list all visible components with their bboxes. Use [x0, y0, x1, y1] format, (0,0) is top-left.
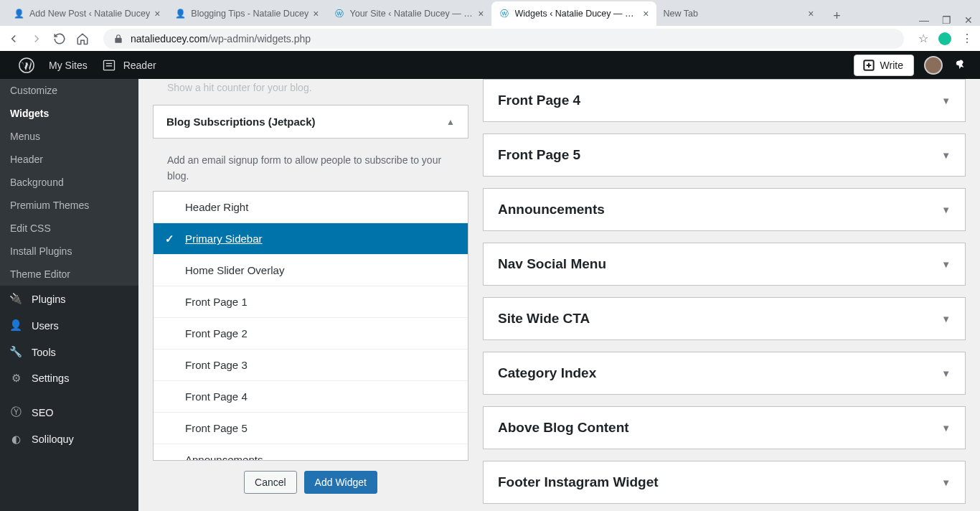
- user-avatar[interactable]: [924, 56, 943, 75]
- area-option[interactable]: Home Slider Overlay: [154, 255, 468, 286]
- wordpress-icon: ⓦ: [334, 8, 345, 19]
- sidebar-item-seo[interactable]: Ⓨ SEO: [0, 398, 138, 426]
- browser-tab-active[interactable]: ⓦ Widgets ‹ Natalie Ducey — Wor ×: [491, 1, 656, 26]
- forward-button[interactable]: [30, 32, 43, 45]
- add-widget-button[interactable]: Add Widget: [304, 471, 377, 494]
- area-option[interactable]: Front Page 3: [154, 350, 468, 381]
- plugin-icon: 🔌: [9, 293, 23, 305]
- expand-icon: ▼: [941, 423, 951, 433]
- tab-title: Your Site ‹ Natalie Ducey — Wo: [350, 9, 474, 19]
- widget-area[interactable]: Announcements ▼: [483, 188, 966, 231]
- reader-link[interactable]: Reader: [95, 51, 164, 79]
- widget-actions: Cancel Add Widget: [153, 461, 468, 504]
- widget-area[interactable]: Category Index ▼: [483, 352, 966, 395]
- sidebar-item-customize[interactable]: Customize: [0, 79, 138, 102]
- area-option[interactable]: Front Page 2: [154, 318, 468, 350]
- favicon-icon: 👤: [174, 8, 186, 19]
- tab-title: Add New Post ‹ Natalie Ducey: [29, 9, 150, 19]
- tab-title: New Tab: [664, 9, 809, 19]
- widget-area[interactable]: Front Page 4 ▼: [483, 79, 966, 122]
- close-icon[interactable]: ×: [154, 8, 160, 19]
- user-icon: 👤: [9, 319, 23, 332]
- chrome-menu-icon[interactable]: ⋮: [961, 32, 973, 45]
- widget-desc-hit-counter: Show a hit counter for your blog.: [153, 79, 468, 105]
- sidebar-label: SEO: [32, 407, 54, 418]
- area-option[interactable]: Front Page 5: [154, 413, 468, 444]
- widget-area[interactable]: Footer Instagram Widget ▼: [483, 461, 966, 504]
- area-title: Above Blog Content: [498, 420, 629, 436]
- sidebar-item-users[interactable]: 👤 Users: [0, 312, 138, 339]
- sidebar-item-install-plugins[interactable]: Install Plugins: [0, 240, 138, 263]
- area-option[interactable]: Header Right: [154, 192, 468, 223]
- expand-icon: ▼: [941, 314, 951, 324]
- area-title: Nav Social Menu: [498, 256, 606, 272]
- sidebar-item-menus[interactable]: Menus: [0, 125, 138, 148]
- expand-icon: ▼: [941, 205, 951, 215]
- widget-area[interactable]: Site Wide CTA ▼: [483, 297, 966, 340]
- write-button[interactable]: Write: [854, 55, 914, 76]
- sidebar-item-background[interactable]: Background: [0, 171, 138, 194]
- lock-icon: [113, 34, 123, 44]
- sidebar-item-widgets[interactable]: Widgets: [0, 102, 138, 125]
- browser-toolbar: natalieducey.com/wp-admin/widgets.php ☆ …: [0, 26, 980, 51]
- widget-area[interactable]: Nav Social Menu ▼: [483, 243, 966, 286]
- maximize-button[interactable]: ❐: [942, 14, 951, 26]
- browser-tab[interactable]: New Tab ×: [656, 1, 821, 26]
- area-title: Site Wide CTA: [498, 311, 590, 327]
- widget-description: Add an email signup form to allow people…: [153, 146, 468, 191]
- window-controls: — ❐ ✕: [919, 14, 980, 26]
- sidebar-item-plugins[interactable]: 🔌 Plugins: [0, 286, 138, 312]
- browser-tab[interactable]: 👤 Blogging Tips - Natalie Ducey ×: [167, 1, 326, 26]
- svg-rect-1: [103, 60, 114, 70]
- sidebar-item-header[interactable]: Header: [0, 148, 138, 171]
- sidebar-item-tools[interactable]: 🔧 Tools: [0, 339, 138, 365]
- available-widgets-column: Show a hit counter for your blog. Blog S…: [153, 79, 468, 511]
- sidebar-item-theme-editor[interactable]: Theme Editor: [0, 263, 138, 286]
- wrench-icon: 🔧: [9, 346, 23, 358]
- expand-icon: ▼: [941, 259, 951, 270]
- main-layout: Customize Widgets Menus Header Backgroun…: [0, 79, 980, 511]
- expand-icon: ▼: [941, 150, 951, 161]
- tab-strip: 👤 Add New Post ‹ Natalie Ducey × 👤 Blogg…: [0, 0, 980, 26]
- widget-area[interactable]: Above Blog Content ▼: [483, 406, 966, 449]
- toolbar-right: ☆ ⋮: [918, 32, 973, 45]
- close-icon[interactable]: ×: [808, 8, 814, 19]
- home-button[interactable]: [76, 32, 89, 45]
- sidebar-item-edit-css[interactable]: Edit CSS: [0, 217, 138, 240]
- close-icon[interactable]: ×: [643, 8, 649, 19]
- notification-icon[interactable]: [951, 55, 971, 75]
- back-button[interactable]: [7, 32, 20, 45]
- widget-header[interactable]: Blog Subscriptions (Jetpack) ▲: [154, 106, 468, 138]
- area-option[interactable]: Front Page 4: [154, 381, 468, 413]
- address-bar[interactable]: natalieducey.com/wp-admin/widgets.php: [103, 29, 904, 49]
- minimize-button[interactable]: —: [919, 14, 929, 26]
- bookmark-star-icon[interactable]: ☆: [918, 32, 928, 45]
- sidebar-label: Users: [32, 320, 59, 332]
- area-option[interactable]: Announcements: [154, 444, 468, 461]
- grammarly-icon[interactable]: [938, 32, 951, 45]
- area-option[interactable]: Front Page 1: [154, 286, 468, 318]
- widget-title: Blog Subscriptions (Jetpack): [166, 116, 316, 128]
- expand-icon: ▼: [941, 368, 951, 379]
- widget-area[interactable]: Front Page 5 ▼: [483, 133, 966, 177]
- wp-admin-bar: My Sites Reader Write: [0, 51, 980, 79]
- area-title: Footer Instagram Widget: [498, 474, 659, 490]
- close-icon[interactable]: ×: [313, 8, 319, 19]
- sidebar-item-soliloquy[interactable]: ◐ Soliloquy: [0, 426, 138, 452]
- sidebar-item-premium-themes[interactable]: Premium Themes: [0, 194, 138, 217]
- browser-tab[interactable]: 👤 Add New Post ‹ Natalie Ducey ×: [6, 1, 167, 26]
- cancel-button[interactable]: Cancel: [244, 471, 297, 494]
- sidebar-label: Soliloquy: [32, 433, 74, 445]
- new-tab-button[interactable]: +: [827, 6, 847, 26]
- close-icon[interactable]: ×: [478, 8, 484, 19]
- browser-tab[interactable]: ⓦ Your Site ‹ Natalie Ducey — Wo ×: [326, 1, 491, 26]
- close-window-button[interactable]: ✕: [964, 14, 973, 26]
- seo-icon: Ⓨ: [9, 405, 23, 419]
- my-sites-label: My Sites: [49, 60, 88, 71]
- area-option-selected[interactable]: Primary Sidebar: [154, 223, 468, 255]
- wp-logo[interactable]: [11, 51, 42, 79]
- reload-button[interactable]: [53, 32, 66, 45]
- my-sites-link[interactable]: My Sites: [42, 51, 95, 79]
- write-label: Write: [880, 60, 903, 71]
- sidebar-item-settings[interactable]: ⚙ Settings: [0, 365, 138, 391]
